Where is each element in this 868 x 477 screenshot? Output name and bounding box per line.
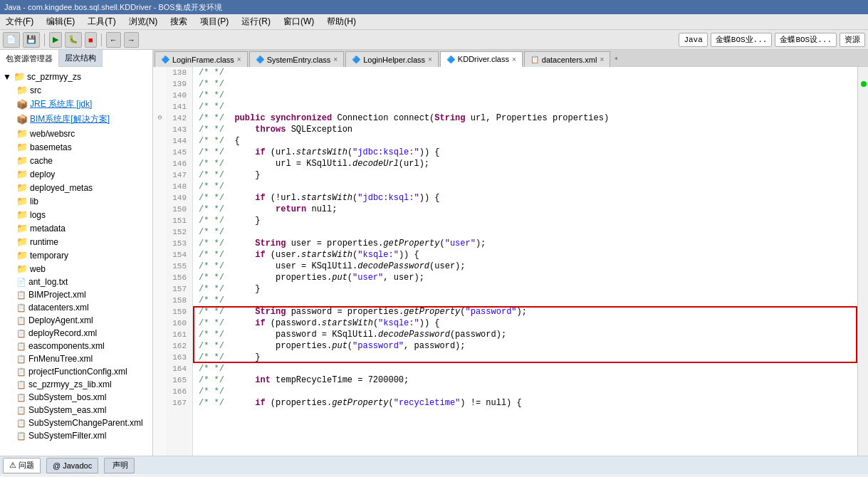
file-xml-icon: 📋 [16,329,26,338]
file-xml-icon: 📋 [16,303,26,313]
editor-tab-datacenters-xml[interactable]: 📋datacenters.xml× [524,51,611,67]
list-item[interactable]: 📦JRE 系统库 [jdk] [0,97,152,112]
list-item[interactable]: 📁web/websrc [0,127,152,140]
menu-window[interactable]: 窗口(W) [281,15,317,28]
list-item[interactable]: 📋eascomponents.xml [0,340,152,352]
tab-close-button[interactable]: × [512,56,516,63]
list-item[interactable]: 📁metadata [0,221,152,235]
line-number: 145 [167,147,189,158]
right-scrollbar[interactable] [857,67,868,456]
forward-button[interactable]: → [124,32,139,48]
list-item[interactable]: 📦BIM系统库[解决方案] [0,112,152,127]
line-number: 146 [167,158,189,169]
run-button[interactable]: ▶ [49,32,62,48]
list-item[interactable]: 📋SubSystem_eas.xml [0,404,152,416]
stop-button[interactable]: ■ [85,32,97,48]
menu-run[interactable]: 运行(R) [239,15,273,28]
bottom-tab-问题[interactable]: ⚠问题 [3,458,41,473]
code-line: /* */ int tempRecycleTime = 7200000; [199,374,852,386]
menu-help[interactable]: 帮助(H) [324,15,359,28]
code-line: /* */ [199,101,852,112]
list-item[interactable]: 📋DeployAgent.xml [0,314,152,327]
menu-search[interactable]: 搜索 [167,15,190,28]
code-line: /* */ String user = properties.getProper… [199,238,852,249]
tab-close-button[interactable]: × [333,56,338,63]
tab-overflow-count[interactable]: ⁴ [610,54,622,66]
gutter-marker [153,397,167,409]
list-item[interactable]: 📁deploy [0,167,152,181]
java-label[interactable]: Java [679,33,707,47]
list-item[interactable]: 📁cache [0,154,152,167]
tree-item-label: basemetas [30,142,72,152]
menu-edit[interactable]: 编辑(E) [43,15,78,28]
new-button[interactable]: 📄 [3,32,20,48]
list-item[interactable]: 📁temporary [0,248,152,262]
tab-close-button[interactable]: × [237,56,241,63]
file-tree[interactable]: ▼ 📁 sc_pzrmyy_zs 📁src📦JRE 系统库 [jdk]📦BIM系… [0,67,152,456]
list-item[interactable]: 📋deployRecord.xml [0,327,152,340]
file-xml-icon: 📋 [16,290,26,300]
tree-item-label: deployed_metas [30,183,93,193]
xml-tab-icon: 📋 [530,56,539,63]
list-item[interactable]: 📋sc_pzrmyy_zs_lib.xml [0,378,152,391]
title-text: Java - com.kingdee.bos.sql.shell.KDDrive… [4,2,222,13]
code-line: /* */ url = KSqlUtil.decodeUrl(url); [199,158,852,169]
bos-biz-label[interactable]: 金蝶BOS业... [711,33,773,47]
gutter-marker [153,295,167,306]
gutter-marker [153,67,167,78]
gutter-marker [153,181,167,192]
list-item[interactable]: 📁basemetas [0,140,152,154]
editor-tab-LoginHelper-class[interactable]: 🔷LoginHelper.class× [345,51,439,67]
menu-tools[interactable]: 工具(T) [85,15,118,28]
code-line: /* */ [199,181,852,192]
list-item[interactable]: 📋projectFunctionConfig.xml [0,365,152,378]
bottom-tab-Javadoc[interactable]: @Javadoc [46,458,98,473]
tree-item-label: datacenters.xml [28,303,89,313]
list-item[interactable]: 📋SubSystemFilter.xml [0,429,152,442]
list-item[interactable]: 📁runtime [0,235,152,248]
list-item[interactable]: 📋SubSystem_bos.xml [0,391,152,404]
class-tab-icon: 🔷 [446,56,455,63]
list-item[interactable]: 📄ant_log.txt [0,276,152,288]
bottom-panel: ⚠问题@Javadoc声明 [0,456,868,474]
menu-project[interactable]: 项目(P) [197,15,231,28]
expand-icon: ▼ [3,72,11,82]
editor-tab-SystemEntry-class[interactable]: 🔷SystemEntry.class× [249,51,345,67]
tab-close-button[interactable]: × [428,56,432,63]
line-number: 154 [167,249,189,261]
code-scroll-area[interactable]: ⊖ 13813914014114214314414514614714814915… [153,67,857,456]
tree-item-label: logs [30,210,46,220]
tree-root[interactable]: ▼ 📁 sc_pzrmyy_zs [0,70,152,83]
bos-set-label[interactable]: 金蝶BOS设... [775,33,837,47]
list-item[interactable]: 📁lib [0,194,152,208]
bim-icon: 📦 [16,114,28,125]
list-item[interactable]: 📁web [0,262,152,276]
tab-close-button[interactable]: × [600,56,604,63]
debug-button[interactable]: 🐛 [65,32,82,48]
line-number: 153 [167,238,189,249]
menu-file[interactable]: 文件(F) [3,15,36,28]
editor-tab-LoginFrame-class[interactable]: 🔷LoginFrame.class× [155,51,248,67]
code-line: /* */ } [199,169,852,181]
list-item[interactable]: 📋datacenters.xml [0,301,152,314]
bottom-tab-声明[interactable]: 声明 [104,458,135,473]
list-item[interactable]: 📁deployed_metas [0,181,152,194]
editor-tab-KDDriver-class[interactable]: 🔷KDDriver.class× [440,51,523,67]
gutter-marker [153,249,167,261]
menu-browse[interactable]: 浏览(N) [126,15,161,28]
tab-package-explorer[interactable]: 包资源管理器 [0,50,59,67]
list-item[interactable]: 📁src [0,83,152,97]
list-item[interactable]: 📋FnMenuTree.xml [0,352,152,365]
tab-hierarchy[interactable]: 层次结构 [59,50,103,67]
list-item[interactable]: 📋BIMProject.xml [0,288,152,301]
folder-icon: 📁 [16,155,28,166]
code-line: /* */ properties.put("user", user); [199,272,852,283]
left-panel: 包资源管理器 层次结构 ▼ 📁 sc_pzrmyy_zs 📁src📦JRE 系统… [0,50,153,456]
list-item[interactable]: 📋SubSystemChangeParent.xml [0,416,152,429]
back-button[interactable]: ← [106,32,121,48]
save-button[interactable]: 💾 [23,32,40,48]
tab-label: SystemEntry.class [267,56,331,64]
tree-item-label: deploy [30,169,55,179]
resource-label[interactable]: 资源 [840,33,865,47]
list-item[interactable]: 📁logs [0,208,152,221]
